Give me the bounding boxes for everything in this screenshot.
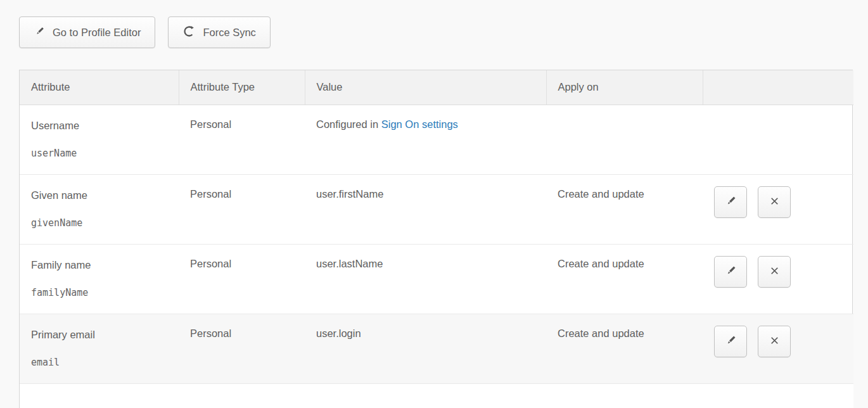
apply-on-cell: [546, 105, 703, 174]
attribute-variable-name: userName: [31, 148, 167, 159]
go-to-profile-editor-button[interactable]: Go to Profile Editor: [19, 16, 155, 48]
value-cell: user.firstName: [305, 174, 546, 244]
header-attribute-type: Attribute Type: [179, 70, 305, 105]
attribute-label: Family name: [31, 258, 167, 272]
value-cell: user.login: [305, 314, 546, 383]
header-attribute: Attribute: [20, 70, 179, 105]
apply-on-cell: Create and update: [546, 244, 703, 314]
actions-cell: [703, 105, 853, 174]
delete-attribute-button[interactable]: [758, 326, 791, 357]
empty-cell: [20, 383, 853, 408]
actions-cell: [703, 314, 853, 383]
edit-attribute-button[interactable]: [714, 256, 747, 288]
header-value: Value: [305, 70, 546, 105]
pencil-icon: [724, 194, 737, 210]
attribute-variable-name: email: [31, 357, 167, 368]
attribute-cell: Username userName: [20, 105, 179, 174]
table-row: Family name familyName Personal user.las…: [20, 244, 853, 314]
table-row: Username userName Personal Configured in…: [20, 105, 853, 174]
attribute-cell: Primary email email: [20, 314, 179, 383]
pencil-icon: [724, 264, 737, 279]
attribute-label: Username: [31, 118, 167, 132]
table-row: [20, 383, 853, 408]
header-apply-on: Apply on: [546, 70, 703, 105]
table-header-row: Attribute Attribute Type Value Apply on: [20, 70, 853, 105]
attribute-label: Primary email: [31, 328, 167, 341]
force-sync-label: Force Sync: [203, 27, 255, 39]
actions-cell: [703, 244, 853, 314]
force-sync-button[interactable]: Force Sync: [168, 16, 270, 48]
attribute-variable-name: familyName: [31, 287, 167, 298]
attribute-mapping-table: Attribute Attribute Type Value Apply on …: [19, 70, 853, 408]
header-actions: [703, 70, 853, 105]
actions-cell: [703, 174, 853, 244]
attribute-type-cell: Personal: [179, 174, 305, 244]
value-cell: user.lastName: [305, 244, 546, 314]
attribute-type-cell: Personal: [179, 244, 305, 314]
close-icon: [769, 335, 781, 348]
attribute-type-cell: Personal: [179, 105, 305, 174]
refresh-icon: [182, 25, 196, 41]
edit-attribute-button[interactable]: [714, 186, 747, 218]
pencil-icon: [724, 334, 737, 349]
close-icon: [769, 265, 781, 279]
attribute-type-cell: Personal: [179, 314, 305, 383]
sign-on-settings-link[interactable]: Sign On settings: [381, 118, 458, 130]
value-cell: Configured in Sign On settings: [305, 105, 546, 174]
pencil-icon: [34, 25, 46, 40]
edit-attribute-button[interactable]: [714, 326, 747, 357]
value-text: Configured in: [316, 118, 378, 130]
delete-attribute-button[interactable]: [758, 256, 791, 288]
apply-on-cell: Create and update: [546, 174, 703, 244]
attribute-label: Given name: [31, 188, 167, 202]
toolbar: Go to Profile Editor Force Sync: [19, 16, 271, 48]
apply-on-cell: Create and update: [546, 314, 703, 383]
attribute-variable-name: givenName: [31, 217, 167, 229]
close-icon: [769, 195, 781, 209]
delete-attribute-button[interactable]: [758, 186, 791, 218]
go-to-profile-editor-label: Go to Profile Editor: [53, 27, 141, 39]
table-row: Given name givenName Personal user.first…: [20, 174, 853, 244]
attribute-cell: Given name givenName: [20, 174, 179, 244]
attribute-cell: Family name familyName: [20, 244, 179, 314]
table-row: Primary email email Personal user.login …: [20, 314, 853, 383]
